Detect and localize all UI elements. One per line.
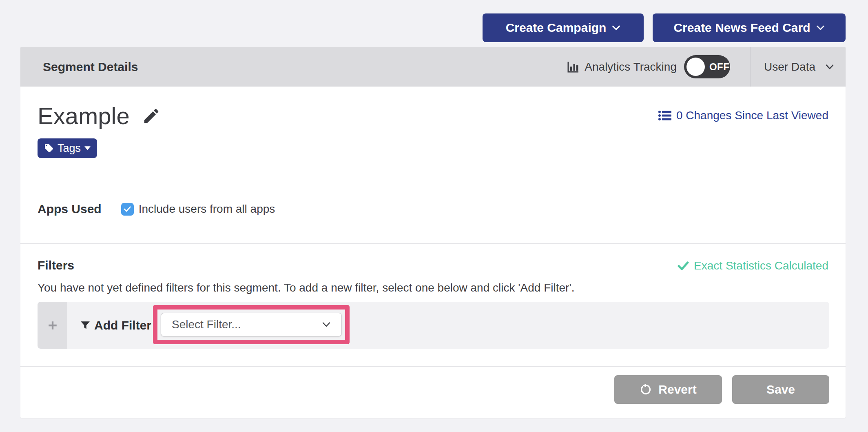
caret-down-icon [84,146,91,150]
save-button-label: Save [766,383,795,396]
changes-list-icon [658,110,671,121]
changes-link-label: 0 Changes Since Last Viewed [676,109,828,122]
create-campaign-button[interactable]: Create Campaign [483,13,644,42]
bar-chart-icon [567,60,580,73]
plus-icon [47,320,58,331]
user-data-label: User Data [764,60,815,73]
annotation-highlight-box: Select Filter... [153,305,350,344]
filters-label: Filters [38,258,74,272]
header-divider [751,47,751,87]
add-filter-plus-button[interactable] [38,302,67,349]
chevron-down-icon [322,322,331,327]
segment-title-row: Example [38,104,161,128]
include-all-apps-label: Include users from all apps [139,203,275,216]
revert-icon [640,383,652,396]
tags-button-label: Tags [58,142,81,155]
chevron-down-icon [612,25,620,31]
analytics-tracking-label: Analytics Tracking [585,60,677,73]
chevron-down-icon [816,25,825,31]
panel-header: Segment Details Analytics Tracking OFF [20,47,846,87]
create-campaign-label: Create Campaign [506,21,607,35]
panel-title: Segment Details [43,47,138,87]
create-news-feed-card-button[interactable]: Create News Feed Card [653,13,846,42]
exact-statistics-label: Exact Statistics Calculated [694,259,828,272]
toggle-state-label: OFF [709,55,730,78]
add-filter-label: Add Filter [94,318,151,332]
add-filter-label-group: Add Filter [80,302,151,349]
apps-used-section: Apps Used Include users from all apps [38,175,828,243]
revert-button-label: Revert [658,383,696,396]
segment-details-panel: Segment Details Analytics Tracking OFF [20,47,846,418]
apps-used-label: Apps Used [38,202,102,216]
filters-help-text: You have not yet defined filters for thi… [38,281,575,294]
exact-statistics-status: Exact Statistics Calculated [678,259,828,272]
add-filter-row: Add Filter Select Filter... [38,302,829,349]
revert-button[interactable]: Revert [614,375,722,404]
page: Create Campaign Create News Feed Card Se… [0,0,868,432]
analytics-tracking-toggle[interactable]: OFF [684,55,730,78]
segment-name: Example [38,104,130,128]
funnel-icon [80,321,90,330]
tag-icon [44,143,54,153]
section-divider [20,366,846,367]
save-button[interactable]: Save [732,375,829,404]
checkmark-icon [123,206,131,212]
filter-select-placeholder: Select Filter... [172,318,241,331]
section-divider [20,243,846,244]
edit-pencil-icon[interactable] [142,107,161,125]
check-icon [678,261,689,270]
create-news-feed-card-label: Create News Feed Card [673,21,810,35]
panel-header-controls: Analytics Tracking OFF User Data [567,47,846,87]
include-all-apps-checkbox[interactable] [121,203,134,216]
filter-select-dropdown[interactable]: Select Filter... [161,313,342,336]
chevron-down-icon [825,64,834,70]
toggle-knob [686,58,705,76]
tags-button[interactable]: Tags [38,138,97,158]
changes-since-last-viewed-link[interactable]: 0 Changes Since Last Viewed [658,109,828,122]
user-data-dropdown[interactable]: User Data [764,60,834,73]
